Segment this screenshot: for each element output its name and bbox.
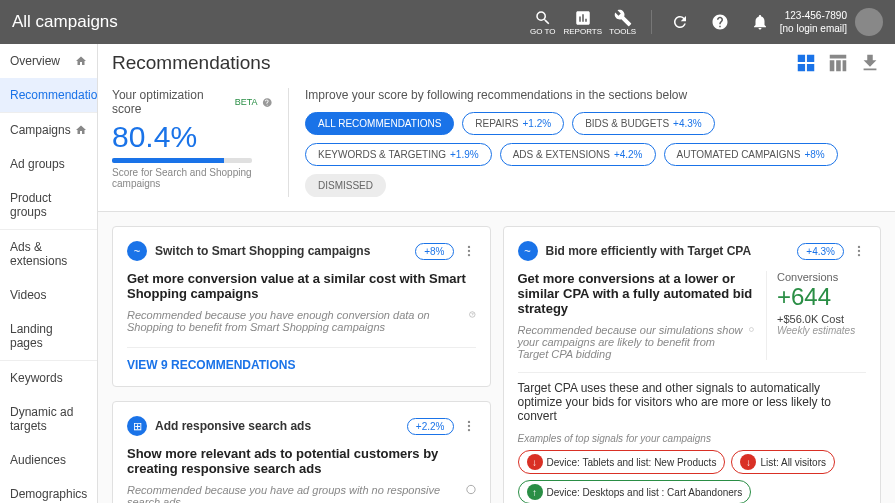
sidebar-item-overview[interactable]: Overview [0,44,97,78]
more-icon[interactable] [462,244,476,258]
user-info: 123-456-7890[no login email] [780,9,847,35]
reports-icon[interactable]: REPORTS [563,9,603,36]
sidebar-item-landing-pages[interactable]: Landing pages [0,312,97,361]
svg-point-7 [467,429,469,431]
svg-point-1 [467,250,469,252]
goto-icon[interactable]: GO TO [523,9,563,36]
svg-point-8 [466,485,474,493]
sidebar-item-ads-extensions[interactable]: Ads & extensions [0,230,97,278]
home-icon [75,55,87,67]
help-icon[interactable] [700,13,740,31]
filter-pill[interactable]: KEYWORDS & TARGETING+1.9% [305,143,492,166]
help-icon[interactable] [466,484,476,495]
help-icon [262,97,273,108]
filter-pill[interactable]: AUTOMATED CAMPAIGNS+8% [664,143,838,166]
more-icon[interactable] [462,419,476,433]
sidebar-item-ad-groups[interactable]: Ad groups [0,147,97,181]
help-icon[interactable] [749,324,754,335]
page-title: Recommendations [112,52,270,74]
sidebar-item-product-groups[interactable]: Product groups [0,181,97,230]
download-icon[interactable] [859,52,881,74]
tools-icon[interactable]: TOOLS [603,9,643,36]
filter-pill[interactable]: DISMISSED [305,174,386,197]
sidebar-item-videos[interactable]: Videos [0,278,97,312]
signal-pill: ↓Device: Tablets and list: New Products [518,450,726,474]
sidebar-item-campaigns[interactable]: Campaigns [0,113,97,147]
table-icon[interactable] [827,52,849,74]
sidebar-item-keywords[interactable]: Keywords [0,361,97,395]
svg-text:?: ? [471,313,474,317]
refresh-icon[interactable] [660,13,700,31]
svg-point-2 [467,254,469,256]
arrow-down-icon: ↓ [740,454,756,470]
add-icon: ⊞ [127,416,147,436]
avatar[interactable] [855,8,883,36]
sidebar-item-demographics[interactable]: Demographics [0,477,97,503]
bell-icon[interactable] [740,13,780,31]
app-header: All campaigns GO TO REPORTS TOOLS 123-45… [0,0,895,44]
svg-point-9 [858,246,860,248]
trend-icon: ~ [518,241,538,261]
svg-point-10 [858,250,860,252]
sidebar: OverviewRecommendationsCampaignsAd group… [0,44,98,503]
score-badge: +8% [415,243,453,260]
arrow-down-icon: ↓ [527,454,543,470]
filter-pill[interactable]: ALL RECOMMENDATIONS [305,112,454,135]
signal-pill: ↓List: All visitors [731,450,835,474]
svg-point-11 [858,254,860,256]
arrow-up-icon: ↑ [527,484,543,500]
sidebar-item-audiences[interactable]: Audiences [0,443,97,477]
stats: Conversions +644 +$56.0K Cost Weekly est… [766,271,866,360]
view-recs-link[interactable]: VIEW 9 RECOMMENDATIONS [127,358,295,372]
score-badge: +4.3% [797,243,844,260]
help-icon[interactable]: ? [469,309,476,320]
card-responsive-ads: ⊞ Add responsive search ads +2.2% Show m… [112,401,491,503]
card-target-cpa: ~ Bid more efficiently with Target CPA +… [503,226,882,503]
signal-pill: ↑Device: Desktops and list : Cart Abando… [518,480,752,503]
filter-pill[interactable]: REPAIRS+1.2% [462,112,564,135]
header-title: All campaigns [12,12,118,32]
filter-pill[interactable]: ADS & EXTENSIONS+4.2% [500,143,656,166]
filters-title: Improve your score by following recommen… [305,88,881,102]
sidebar-item-dynamic-ad-targets[interactable]: Dynamic ad targets [0,395,97,443]
optimization-score: Your optimization score BETA 80.4% Score… [112,88,272,197]
more-icon[interactable] [852,244,866,258]
dashboard-icon[interactable] [795,52,817,74]
filter-pill[interactable]: BIDS & BUDGETS+4.3% [572,112,715,135]
score-badge: +2.2% [407,418,454,435]
home-icon [75,124,87,136]
card-smart-shopping: ~ Switch to Smart Shopping campaigns +8%… [112,226,491,387]
svg-point-5 [467,421,469,423]
svg-point-12 [750,328,754,332]
sidebar-item-recommendations[interactable]: Recommendations [0,78,97,113]
trend-icon: ~ [127,241,147,261]
svg-point-6 [467,425,469,427]
svg-point-0 [467,246,469,248]
